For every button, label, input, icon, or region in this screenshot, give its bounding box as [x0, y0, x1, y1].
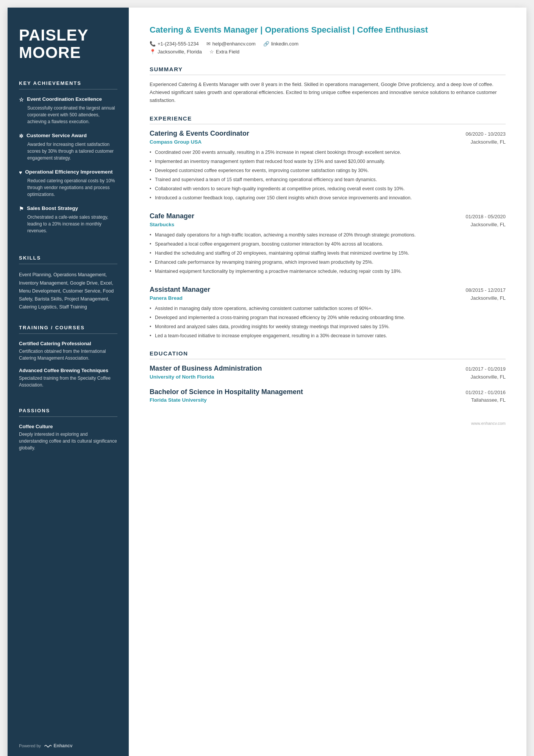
website-text: linkedin.com — [271, 41, 298, 47]
training-item-2: Advanced Coffee Brewing Techniques Speci… — [19, 368, 117, 388]
achievements-section: KEY ACHIEVEMENTS ☆ Event Coordination Ex… — [19, 80, 117, 242]
exp-1-dates: 06/2020 - 10/2023 — [465, 131, 506, 137]
edu-2-degree: Bachelor of Science in Hospitality Manag… — [150, 388, 303, 396]
achievements-title: KEY ACHIEVEMENTS — [19, 80, 117, 89]
summary-text: Experienced Catering & Events Manager wi… — [150, 80, 506, 105]
education-title: EDUCATION — [150, 350, 506, 359]
exp-1-title: Catering & Events Coordinator — [150, 130, 249, 138]
training-2-title: Advanced Coffee Brewing Techniques — [19, 368, 117, 373]
achievement-3-desc: Reduced catering operational costs by 10… — [27, 177, 117, 198]
exp-2-company: Starbucks — [150, 222, 174, 227]
edu-2-school: Florida State University — [150, 397, 207, 403]
exp-3-company: Panera Bread — [150, 295, 183, 301]
exp-entry-2: Cafe Manager 01/2018 - 05/2020 Starbucks… — [150, 212, 506, 275]
contact-location: 📍 Jacksonville, Florida — [150, 49, 202, 55]
achievement-2-title: Customer Service Award — [27, 133, 87, 138]
summary-title: SUMMARY — [150, 66, 506, 75]
passion-1-title: Coffee Culture — [19, 424, 117, 429]
exp-entry-3: Assistant Manager 08/2015 - 12/2017 Pane… — [150, 286, 506, 340]
location-text: Jacksonville, Florida — [158, 49, 202, 55]
achievement-item-4: ⚑ Sales Boost Strategy Orchestrated a ca… — [19, 205, 117, 234]
list-item: Developed and implemented a cross-traini… — [150, 314, 506, 321]
exp-entry-1: Catering & Events Coordinator 06/2020 - … — [150, 130, 506, 202]
list-item: Enhanced cafe performance by revamping t… — [150, 258, 506, 266]
list-item: Spearheaded a local coffee engagement pr… — [150, 240, 506, 248]
contact-row-1: 📞 +1-(234)-555-1234 ✉ help@enhancv.com 🔗… — [150, 41, 506, 47]
edu-2-dates: 01/2012 - 01/2016 — [465, 390, 506, 395]
achievement-1-desc: Successfully coordinated the largest ann… — [27, 105, 117, 125]
candidate-name: PAISLEY MOORE — [19, 27, 117, 61]
skills-text: Event Planning, Operations Management, I… — [19, 271, 117, 311]
heart-icon: ♥ — [19, 169, 22, 175]
achievement-item-3: ♥ Operational Efficiency Improvement Red… — [19, 169, 117, 198]
training-1-title: Certified Catering Professional — [19, 341, 117, 346]
training-section: TRAINING / COURSES Certified Catering Pr… — [19, 325, 117, 394]
award-icon: ✲ — [19, 133, 23, 139]
achievement-item-2: ✲ Customer Service Award Awarded for inc… — [19, 133, 117, 161]
main-header: Catering & Events Manager | Operations S… — [150, 25, 506, 55]
achievement-3-title: Operational Efficiency Improvement — [25, 169, 112, 175]
contact-website: 🔗 linkedin.com — [263, 41, 298, 47]
passions-title: PASSIONS — [19, 408, 117, 417]
email-icon: ✉ — [206, 41, 211, 47]
exp-1-company: Compass Group USA — [150, 139, 201, 145]
resume-container: PAISLEY MOORE KEY ACHIEVEMENTS ☆ Event C… — [8, 8, 526, 756]
training-item-1: Certified Catering Professional Certific… — [19, 341, 117, 362]
link-icon: 🔗 — [263, 41, 269, 47]
list-item: Monitored and analyzed sales data, provi… — [150, 323, 506, 330]
training-title: TRAINING / COURSES — [19, 325, 117, 334]
email-text: help@enhancv.com — [212, 41, 256, 47]
achievement-2-desc: Awarded for increasing client satisfacti… — [27, 141, 117, 161]
main-content: Catering & Events Manager | Operations S… — [129, 8, 526, 756]
edu-entry-2: Bachelor of Science in Hospitality Manag… — [150, 388, 506, 403]
brand-name: Enhancv — [53, 743, 72, 748]
edu-1-school: University of North Florida — [150, 374, 214, 380]
achievement-4-title: Sales Boost Strategy — [27, 205, 78, 211]
phone-icon: 📞 — [150, 41, 156, 47]
location-icon: 📍 — [150, 49, 156, 55]
list-item: Maintained equipment functionality by im… — [150, 268, 506, 275]
passion-item-1: Coffee Culture Deeply interested in expl… — [19, 424, 117, 451]
education-section: EDUCATION Master of Business Administrat… — [150, 350, 506, 403]
edu-1-degree: Master of Business Administration — [150, 365, 262, 373]
exp-2-dates: 01/2018 - 05/2020 — [465, 214, 506, 219]
exp-3-location: Jacksonville, FL — [471, 295, 506, 301]
training-2-desc: Specialized training from the Specialty … — [19, 375, 117, 388]
sidebar: PAISLEY MOORE KEY ACHIEVEMENTS ☆ Event C… — [8, 8, 129, 756]
skills-section: SKILLS Event Planning, Operations Manage… — [19, 255, 117, 311]
list-item: Trained and supervised a team of 15 staf… — [150, 176, 506, 183]
edu-entry-1: Master of Business Administration 01/201… — [150, 365, 506, 380]
experience-title: EXPERIENCE — [150, 115, 506, 124]
list-item: Led a team-focused initiative to increas… — [150, 332, 506, 340]
exp-1-location: Jacksonville, FL — [471, 139, 506, 145]
achievement-item-1: ☆ Event Coordination Excellence Successf… — [19, 96, 117, 125]
list-item: Handled the scheduling and staffing of 2… — [150, 249, 506, 257]
star-icon: ☆ — [19, 97, 24, 103]
list-item: Coordinated over 200 events annually, re… — [150, 149, 506, 156]
achievement-4-desc: Orchestrated a cafe-wide sales strategy,… — [27, 214, 117, 234]
contact-row-2: 📍 Jacksonville, Florida ☆ Extra Field — [150, 49, 506, 55]
exp-3-dates: 08/2015 - 12/2017 — [465, 287, 506, 293]
exp-3-bullets: Assisted in managing daily store operati… — [150, 305, 506, 340]
exp-3-title: Assistant Manager — [150, 286, 210, 294]
main-footer: www.enhancv.com — [150, 413, 506, 426]
contact-phone: 📞 +1-(234)-555-1234 — [150, 41, 199, 47]
exp-2-title: Cafe Manager — [150, 212, 194, 220]
edu-2-location: Tallahassee, FL — [471, 397, 506, 403]
contact-email: ✉ help@enhancv.com — [206, 41, 256, 47]
powered-by-label: Powered by — [19, 743, 41, 748]
edu-1-location: Jacksonville, FL — [471, 374, 506, 380]
list-item: Assisted in managing daily store operati… — [150, 305, 506, 312]
extra-text: Extra Field — [216, 49, 239, 55]
training-1-desc: Certification obtained from the Internat… — [19, 348, 117, 362]
name-block: PAISLEY MOORE — [19, 27, 117, 61]
edu-1-dates: 01/2017 - 01/2019 — [465, 366, 506, 372]
footer-url: www.enhancv.com — [471, 421, 506, 426]
summary-section: SUMMARY Experienced Catering & Events Ma… — [150, 66, 506, 105]
list-item: Introduced a customer feedback loop, cap… — [150, 194, 506, 202]
list-item: Collaborated with vendors to secure high… — [150, 185, 506, 193]
experience-section: EXPERIENCE Catering & Events Coordinator… — [150, 115, 506, 340]
sidebar-footer: Powered by Enhancv — [19, 732, 117, 748]
flag-icon: ⚑ — [19, 206, 24, 212]
phone-text: +1-(234)-555-1234 — [158, 41, 199, 47]
